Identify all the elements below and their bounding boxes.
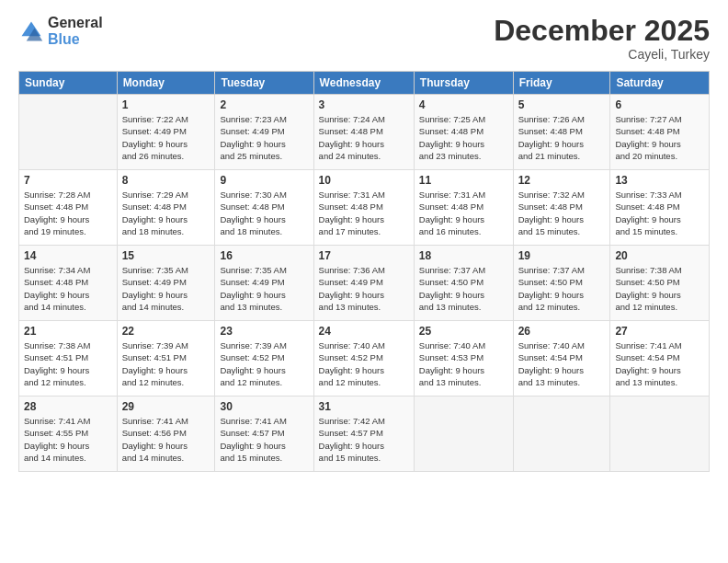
title-block: December 2025 Cayeli, Turkey — [494, 15, 710, 62]
day-number: 24 — [319, 325, 409, 338]
day-info: Sunrise: 7:24 AM Sunset: 4:48 PM Dayligh… — [319, 113, 409, 162]
day-info: Sunrise: 7:26 AM Sunset: 4:48 PM Dayligh… — [518, 113, 606, 162]
logo-general: General — [48, 15, 103, 31]
day-number: 17 — [319, 249, 409, 262]
page: General Blue December 2025 Cayeli, Turke… — [0, 0, 728, 563]
day-number: 15 — [122, 249, 210, 262]
calendar-week-3: 14 Sunrise: 7:34 AM Sunset: 4:48 PM Dayl… — [19, 246, 710, 321]
day-info: Sunrise: 7:35 AM Sunset: 4:49 PM Dayligh… — [220, 264, 308, 313]
calendar-cell: 24 Sunrise: 7:40 AM Sunset: 4:52 PM Dayl… — [313, 321, 414, 396]
col-thursday: Thursday — [414, 72, 513, 95]
day-number: 3 — [319, 98, 409, 111]
day-info: Sunrise: 7:33 AM Sunset: 4:48 PM Dayligh… — [615, 189, 704, 237]
day-number: 16 — [220, 249, 308, 262]
day-number: 14 — [24, 249, 112, 262]
logo-text: General Blue — [48, 15, 103, 47]
day-info: Sunrise: 7:22 AM Sunset: 4:49 PM Dayligh… — [122, 113, 210, 162]
day-number: 22 — [122, 325, 210, 338]
day-info: Sunrise: 7:41 AM Sunset: 4:54 PM Dayligh… — [615, 339, 704, 388]
day-info: Sunrise: 7:30 AM Sunset: 4:48 PM Dayligh… — [220, 189, 308, 237]
calendar-cell: 19 Sunrise: 7:37 AM Sunset: 4:50 PM Dayl… — [513, 246, 610, 321]
header: General Blue December 2025 Cayeli, Turke… — [18, 15, 710, 62]
day-number: 20 — [615, 249, 704, 262]
day-info: Sunrise: 7:31 AM Sunset: 4:48 PM Dayligh… — [319, 189, 409, 237]
day-number: 19 — [518, 249, 606, 262]
day-info: Sunrise: 7:28 AM Sunset: 4:48 PM Dayligh… — [24, 189, 112, 237]
day-info: Sunrise: 7:29 AM Sunset: 4:48 PM Dayligh… — [122, 189, 210, 237]
calendar-cell: 20 Sunrise: 7:38 AM Sunset: 4:50 PM Dayl… — [610, 246, 710, 321]
calendar-cell: 4 Sunrise: 7:25 AM Sunset: 4:48 PM Dayli… — [414, 95, 513, 170]
location: Cayeli, Turkey — [494, 47, 710, 62]
day-number: 27 — [615, 325, 704, 338]
calendar-cell: 7 Sunrise: 7:28 AM Sunset: 4:48 PM Dayli… — [19, 170, 118, 246]
day-number: 12 — [518, 174, 606, 187]
calendar-cell: 29 Sunrise: 7:41 AM Sunset: 4:56 PM Dayl… — [117, 396, 215, 472]
day-info: Sunrise: 7:23 AM Sunset: 4:49 PM Dayligh… — [220, 113, 308, 162]
day-number: 6 — [615, 98, 704, 111]
calendar-header: Sunday Monday Tuesday Wednesday Thursday… — [19, 72, 710, 95]
day-info: Sunrise: 7:37 AM Sunset: 4:50 PM Dayligh… — [419, 264, 508, 313]
month-title: December 2025 — [494, 15, 710, 47]
calendar-cell — [513, 396, 610, 472]
calendar-cell: 6 Sunrise: 7:27 AM Sunset: 4:48 PM Dayli… — [610, 95, 710, 170]
calendar-cell: 5 Sunrise: 7:26 AM Sunset: 4:48 PM Dayli… — [513, 95, 610, 170]
calendar-cell: 3 Sunrise: 7:24 AM Sunset: 4:48 PM Dayli… — [313, 95, 414, 170]
calendar-cell: 31 Sunrise: 7:42 AM Sunset: 4:57 PM Dayl… — [313, 396, 414, 472]
calendar-table: Sunday Monday Tuesday Wednesday Thursday… — [18, 71, 710, 472]
calendar-cell: 11 Sunrise: 7:31 AM Sunset: 4:48 PM Dayl… — [414, 170, 513, 246]
day-info: Sunrise: 7:36 AM Sunset: 4:49 PM Dayligh… — [319, 264, 409, 313]
day-number: 2 — [220, 98, 308, 111]
day-info: Sunrise: 7:41 AM Sunset: 4:57 PM Dayligh… — [220, 415, 308, 464]
calendar-cell: 12 Sunrise: 7:32 AM Sunset: 4:48 PM Dayl… — [513, 170, 610, 246]
calendar-week-1: 1 Sunrise: 7:22 AM Sunset: 4:49 PM Dayli… — [19, 95, 710, 170]
day-number: 30 — [220, 400, 308, 413]
day-info: Sunrise: 7:39 AM Sunset: 4:52 PM Dayligh… — [220, 339, 308, 388]
day-number: 28 — [24, 400, 112, 413]
logo: General Blue — [18, 15, 103, 47]
day-info: Sunrise: 7:40 AM Sunset: 4:53 PM Dayligh… — [419, 339, 508, 388]
calendar-cell: 27 Sunrise: 7:41 AM Sunset: 4:54 PM Dayl… — [610, 321, 710, 396]
header-row: Sunday Monday Tuesday Wednesday Thursday… — [19, 72, 710, 95]
day-info: Sunrise: 7:34 AM Sunset: 4:48 PM Dayligh… — [24, 264, 112, 313]
col-saturday: Saturday — [610, 72, 710, 95]
day-number: 7 — [24, 174, 112, 187]
day-info: Sunrise: 7:42 AM Sunset: 4:57 PM Dayligh… — [319, 415, 409, 464]
calendar-cell: 10 Sunrise: 7:31 AM Sunset: 4:48 PM Dayl… — [313, 170, 414, 246]
day-number: 21 — [24, 325, 112, 338]
calendar-cell: 28 Sunrise: 7:41 AM Sunset: 4:55 PM Dayl… — [19, 396, 118, 472]
day-info: Sunrise: 7:27 AM Sunset: 4:48 PM Dayligh… — [615, 113, 704, 162]
calendar-cell: 18 Sunrise: 7:37 AM Sunset: 4:50 PM Dayl… — [414, 246, 513, 321]
calendar-cell: 9 Sunrise: 7:30 AM Sunset: 4:48 PM Dayli… — [215, 170, 313, 246]
calendar-week-5: 28 Sunrise: 7:41 AM Sunset: 4:55 PM Dayl… — [19, 396, 710, 472]
day-info: Sunrise: 7:41 AM Sunset: 4:55 PM Dayligh… — [24, 415, 112, 464]
calendar-cell: 2 Sunrise: 7:23 AM Sunset: 4:49 PM Dayli… — [215, 95, 313, 170]
day-number: 11 — [419, 174, 508, 187]
calendar-cell: 1 Sunrise: 7:22 AM Sunset: 4:49 PM Dayli… — [117, 95, 215, 170]
calendar-week-2: 7 Sunrise: 7:28 AM Sunset: 4:48 PM Dayli… — [19, 170, 710, 246]
day-info: Sunrise: 7:40 AM Sunset: 4:54 PM Dayligh… — [518, 339, 606, 388]
day-number: 29 — [122, 400, 210, 413]
calendar-cell: 8 Sunrise: 7:29 AM Sunset: 4:48 PM Dayli… — [117, 170, 215, 246]
day-number: 23 — [220, 325, 308, 338]
col-monday: Monday — [117, 72, 215, 95]
logo-blue: Blue — [48, 31, 103, 48]
calendar-cell: 26 Sunrise: 7:40 AM Sunset: 4:54 PM Dayl… — [513, 321, 610, 396]
col-tuesday: Tuesday — [215, 72, 313, 95]
calendar-cell: 14 Sunrise: 7:34 AM Sunset: 4:48 PM Dayl… — [19, 246, 118, 321]
day-number: 13 — [615, 174, 704, 187]
calendar-cell: 25 Sunrise: 7:40 AM Sunset: 4:53 PM Dayl… — [414, 321, 513, 396]
day-info: Sunrise: 7:38 AM Sunset: 4:51 PM Dayligh… — [24, 339, 112, 388]
calendar-cell: 22 Sunrise: 7:39 AM Sunset: 4:51 PM Dayl… — [117, 321, 215, 396]
day-info: Sunrise: 7:31 AM Sunset: 4:48 PM Dayligh… — [419, 189, 508, 237]
calendar-week-4: 21 Sunrise: 7:38 AM Sunset: 4:51 PM Dayl… — [19, 321, 710, 396]
day-info: Sunrise: 7:32 AM Sunset: 4:48 PM Dayligh… — [518, 189, 606, 237]
calendar-cell — [610, 396, 710, 472]
day-info: Sunrise: 7:41 AM Sunset: 4:56 PM Dayligh… — [122, 415, 210, 464]
day-info: Sunrise: 7:40 AM Sunset: 4:52 PM Dayligh… — [319, 339, 409, 388]
day-info: Sunrise: 7:39 AM Sunset: 4:51 PM Dayligh… — [122, 339, 210, 388]
day-info: Sunrise: 7:25 AM Sunset: 4:48 PM Dayligh… — [419, 113, 508, 162]
calendar-cell: 17 Sunrise: 7:36 AM Sunset: 4:49 PM Dayl… — [313, 246, 414, 321]
day-number: 1 — [122, 98, 210, 111]
calendar-cell: 23 Sunrise: 7:39 AM Sunset: 4:52 PM Dayl… — [215, 321, 313, 396]
calendar-cell — [19, 95, 118, 170]
